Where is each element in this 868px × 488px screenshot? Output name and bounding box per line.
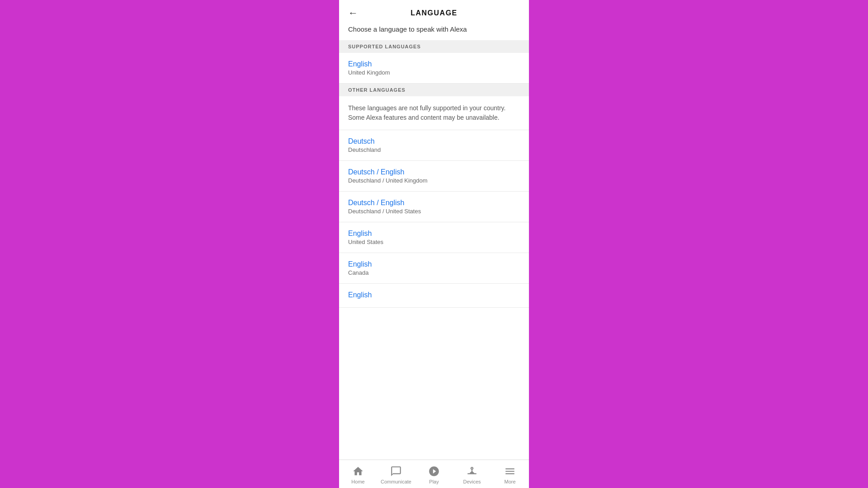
page-title: LANGUAGE [410,9,458,17]
nav-item-play[interactable]: Play [415,464,453,486]
language-item-english-us[interactable]: English United States [339,222,529,253]
language-name: Deutsch / English [348,168,520,176]
language-name: English [348,260,520,268]
language-name: English [348,230,520,238]
nav-label-play: Play [429,479,439,484]
nav-label-more: More [504,479,515,484]
language-name: Deutsch / English [348,199,520,207]
devices-icon [466,465,478,477]
language-region: Canada [348,269,520,276]
language-item-english-canada[interactable]: English Canada [339,253,529,284]
language-item-deutsch-english-uk[interactable]: Deutsch / English Deutschland / United K… [339,161,529,192]
language-item-deutsch[interactable]: Deutsch Deutschland [339,130,529,161]
nav-item-home[interactable]: Home [339,464,377,486]
supported-languages-header: SUPPORTED LANGUAGES [339,40,529,53]
language-region: United Kingdom [348,69,520,76]
language-name: English [348,60,520,68]
communicate-icon [390,465,402,477]
language-item-english-uk[interactable]: English United Kingdom [339,53,529,84]
back-button[interactable]: ← [346,5,360,21]
home-icon [352,465,364,477]
language-name: English [348,291,520,299]
app-container: ← LANGUAGE Choose a language to speak wi… [339,0,529,488]
language-region: Deutschland / United Kingdom [348,177,520,184]
more-icon [504,465,516,477]
nav-label-home: Home [351,479,364,484]
nav-label-communicate: Communicate [381,479,411,484]
language-name: Deutsch [348,137,520,145]
bottom-nav: Home Communicate Play Devices More [339,460,529,488]
language-region: Deutschland [348,146,520,153]
page-subtitle: Choose a language to speak with Alexa [339,22,529,40]
other-languages-header: OTHER LANGUAGES [339,84,529,96]
scroll-area: SUPPORTED LANGUAGES English United Kingd… [339,40,529,460]
header: ← LANGUAGE [339,0,529,22]
play-icon [428,465,440,477]
nav-item-more[interactable]: More [491,464,529,486]
language-region: United States [348,239,520,245]
other-languages-note: These languages are not fully supported … [339,96,529,130]
language-region: Deutschland / United States [348,208,520,215]
nav-item-devices[interactable]: Devices [453,464,491,486]
language-item-deutsch-english-us[interactable]: Deutsch / English Deutschland / United S… [339,192,529,222]
language-item-english-partial[interactable]: English [339,284,529,308]
back-arrow-icon: ← [348,7,358,19]
nav-label-devices: Devices [463,479,481,484]
nav-item-communicate[interactable]: Communicate [377,464,415,486]
